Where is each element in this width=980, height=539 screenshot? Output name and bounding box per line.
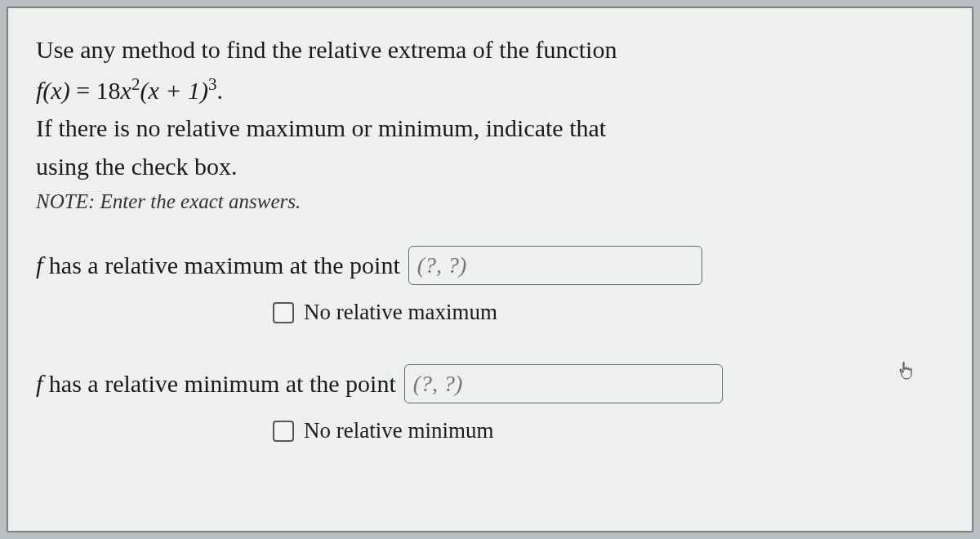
min-answer-row: f has a relative minimum at the point — [36, 364, 944, 403]
problem-line-3: If there is no relative maximum or minim… — [36, 109, 944, 148]
no-min-checkbox[interactable] — [273, 421, 294, 442]
max-label-text: has a relative maximum at the point — [42, 252, 399, 278]
note-line: NOTE: Enter the exact answers. — [36, 190, 944, 213]
no-max-row: No relative maximum — [273, 300, 944, 325]
problem-statement: Use any method to find the relative extr… — [36, 31, 944, 185]
period: . — [216, 77, 223, 104]
max-point-input[interactable] — [408, 246, 702, 285]
max-answer-row: f has a relative maximum at the point — [36, 246, 944, 285]
no-max-checkbox[interactable] — [273, 302, 294, 323]
problem-line-4: using the check box. — [36, 148, 944, 186]
no-min-label: No relative minimum — [304, 418, 493, 443]
question-panel: Use any method to find the relative extr… — [7, 7, 973, 532]
problem-line-1: Use any method to find the relative extr… — [36, 31, 944, 69]
min-point-input[interactable] — [404, 364, 723, 403]
paren-term: (x + 1) — [140, 77, 208, 104]
min-label-text: has a relative minimum at the point — [42, 370, 395, 397]
answer-block-min: f has a relative minimum at the point No… — [36, 364, 944, 443]
answer-block-max: f has a relative maximum at the point No… — [36, 246, 944, 325]
no-max-label: No relative maximum — [304, 300, 497, 325]
function-lhs: f(x) — [36, 77, 70, 104]
no-min-row: No relative minimum — [273, 418, 944, 443]
exponent-3: 3 — [208, 74, 217, 94]
note-prefix: NOTE: — [36, 190, 95, 212]
equals-sign: = — [70, 77, 96, 104]
coefficient: 18 — [96, 77, 121, 104]
problem-function-line: f(x) = 18x2(x + 1)3. — [36, 71, 944, 110]
note-text: Enter the exact answers. — [95, 190, 301, 212]
variable-x: x — [121, 77, 131, 104]
exponent-2: 2 — [131, 74, 140, 94]
